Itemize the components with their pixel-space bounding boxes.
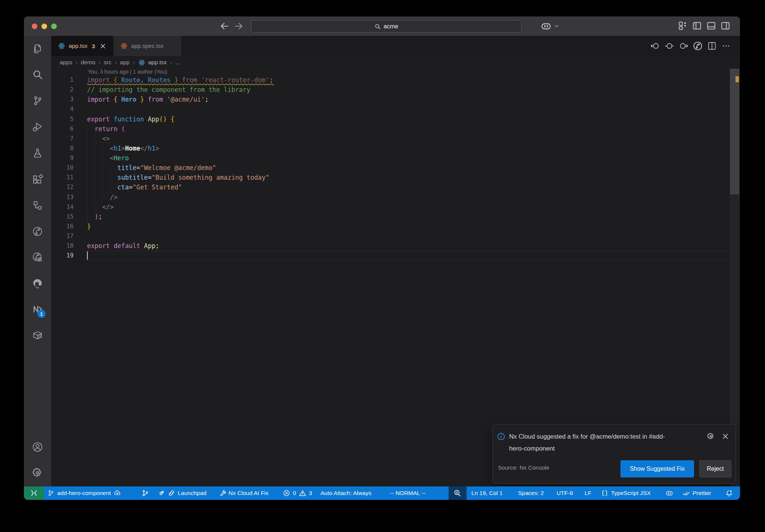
activity-item-source-control[interactable]	[32, 95, 43, 106]
history-forward-icon[interactable]	[234, 21, 244, 31]
code-line-18: 18export default App;	[51, 241, 740, 251]
nav-forward-circle-icon[interactable]	[679, 41, 688, 51]
more-ellipsis-icon[interactable]	[721, 41, 731, 51]
activity-item-hierarchy[interactable]	[32, 200, 43, 211]
breadcrumb: apps›demo›src›app›app.tsx›...	[51, 56, 740, 69]
split-editor-icon[interactable]	[707, 41, 717, 51]
toggle-primary-sidebar-icon[interactable]	[692, 21, 702, 31]
activity-item-gitlens[interactable]	[32, 226, 43, 237]
history-back-icon[interactable]	[220, 21, 229, 31]
status-eol[interactable]: LF	[585, 486, 591, 500]
line-number: 19	[51, 251, 74, 260]
status-nx-cloud-fix[interactable]: Nx Cloud AI Fix	[219, 486, 269, 500]
activity-item-containers[interactable]	[32, 330, 43, 341]
toggle-secondary-sidebar-icon[interactable]	[721, 21, 730, 31]
gitlens-graph-icon[interactable]	[693, 41, 703, 51]
activity-item-settings[interactable]	[32, 467, 43, 479]
code-text: return (	[87, 124, 125, 134]
nav-dot-circle-icon[interactable]	[665, 41, 674, 51]
line-number: 2	[51, 85, 74, 95]
traffic-light-zoom[interactable]	[51, 24, 57, 29]
tab-app-tsx[interactable]: app.tsx 3	[51, 36, 113, 56]
tab-bar: app.tsx 3 app.spec.tsx	[51, 36, 740, 56]
react-icon	[58, 42, 65, 50]
status-copilot-status[interactable]	[666, 486, 673, 500]
line-number: 4	[51, 104, 74, 114]
code-line-10: 10 title="Welcmoe @acme/demo"	[51, 163, 740, 173]
close-icon[interactable]	[100, 43, 106, 49]
show-suggested-fix-button[interactable]: Show Suggested Fix	[620, 460, 694, 477]
notification-settings-icon[interactable]	[707, 432, 715, 440]
breadcrumb-item[interactable]: apps	[60, 59, 72, 66]
code-text: // importing the component from the libr…	[87, 85, 250, 95]
activity-item-extensions[interactable]	[32, 173, 43, 185]
activity-badge: 1	[37, 310, 46, 318]
code-line-12: 12 cta="Get Started"	[51, 182, 740, 192]
status-language-mode[interactable]: TypeScript JSX	[601, 486, 651, 500]
activity-item-search[interactable]	[32, 69, 43, 80]
breadcrumb-more[interactable]: ...	[175, 59, 180, 66]
status-bar: add-hero-componentLaunchpadNx Cloud AI F…	[24, 486, 740, 500]
react-icon	[120, 42, 128, 50]
titlebar: acme	[24, 16, 740, 36]
status-indentation[interactable]: Spaces: 2	[518, 486, 544, 500]
error-circle-icon	[283, 489, 290, 497]
status-label: Auto Attach: Always	[320, 490, 371, 497]
status-problems[interactable]: 03	[283, 486, 312, 500]
status-notifications-bell[interactable]	[725, 486, 733, 500]
code-line-5: 5export function App() {	[51, 114, 740, 124]
code-text: subtitle="Build something amazing today"	[87, 173, 269, 182]
activity-item-gitlens-inspect[interactable]	[32, 251, 43, 263]
breadcrumb-item[interactable]: src	[104, 59, 112, 66]
status-label: Launchpad	[178, 490, 207, 497]
notification-toast: Nx Cloud suggested a fix for @acme/demo:…	[492, 424, 736, 484]
status-cursor-position[interactable]: Ln 19, Col 1	[471, 486, 503, 500]
breadcrumb-item[interactable]: demo	[81, 59, 95, 66]
toggle-panel-icon[interactable]	[706, 21, 716, 31]
remote-indicator[interactable]	[24, 486, 44, 500]
status-encoding[interactable]: UTF-8	[557, 486, 573, 500]
scrollbar-thumb[interactable]	[730, 69, 739, 194]
code-line-15: 15 );	[51, 212, 740, 222]
command-center-search[interactable]: acme	[251, 20, 521, 33]
breadcrumb-item[interactable]: app	[120, 59, 130, 66]
activity-item-edge-tools[interactable]	[32, 278, 43, 289]
line-number: 6	[51, 124, 74, 134]
layout-controls	[678, 21, 730, 31]
status-vim-mode[interactable]: -- NORMAL --	[390, 486, 425, 500]
activity-item-accounts[interactable]	[32, 441, 43, 453]
breadcrumb-file[interactable]: app.tsx	[138, 59, 167, 66]
tab-app-spec-tsx[interactable]: app.spec.tsx	[114, 36, 181, 56]
double-check-icon	[682, 489, 690, 497]
status-branch[interactable]: add-hero-component	[47, 486, 121, 500]
breadcrumb-separator: ›	[170, 59, 172, 65]
customize-layout-icon[interactable]	[678, 21, 688, 31]
status-label: add-hero-component	[57, 490, 111, 497]
status-label: Spaces: 2	[518, 490, 544, 497]
code-text: import { Route, Routes } from 'react-rou…	[87, 75, 273, 85]
status-formatter[interactable]: Prettier	[682, 486, 711, 500]
activity-bar: 1	[24, 36, 51, 486]
nav-back-circle-icon[interactable]	[650, 41, 660, 51]
copilot-menu[interactable]	[541, 21, 560, 31]
code-text: <>	[87, 134, 110, 143]
reject-button[interactable]: Reject	[699, 460, 731, 477]
tab-label: app.tsx	[69, 43, 87, 49]
code-area: 1import { Route, Routes } from 'react-ro…	[51, 75, 740, 260]
activity-item-run-and-debug[interactable]	[32, 121, 43, 133]
line-number: 12	[51, 182, 74, 192]
vim-search-indicator[interactable]	[449, 486, 467, 500]
status-auto-attach[interactable]: Auto Attach: Always	[320, 486, 371, 500]
code-line-3: 3import { Hero } from '@acme/ui';	[51, 95, 740, 104]
status-launchpad[interactable]: Launchpad	[158, 486, 207, 500]
code-text: title="Welcmoe @acme/demo"	[87, 163, 216, 173]
notification-close-icon[interactable]	[722, 433, 729, 440]
traffic-light-close[interactable]	[32, 24, 37, 29]
status-git-graph[interactable]	[142, 486, 149, 500]
code-line-4: 4	[51, 104, 740, 114]
traffic-light-minimize[interactable]	[41, 24, 47, 29]
activity-item-testing[interactable]	[32, 147, 43, 159]
activity-item-explorer[interactable]	[32, 43, 43, 55]
line-number: 1	[51, 75, 74, 85]
react-icon	[138, 59, 145, 66]
